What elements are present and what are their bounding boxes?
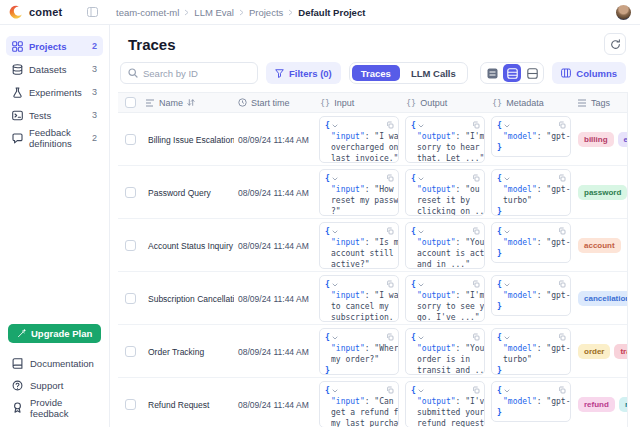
row-checkbox[interactable]: [125, 399, 136, 410]
output-json-cell[interactable]: {"output": "I'vesubmitted yourrefund req…: [405, 381, 485, 427]
output-json-cell[interactable]: {"output": "I'msorry to hearthat. Let ..…: [405, 116, 485, 163]
metadata-json-cell[interactable]: {"model": "gpt-3.5"}: [491, 222, 571, 263]
copy-icon[interactable]: [558, 333, 566, 341]
table-row[interactable]: Subscription Cancellation08/09/24 11:44 …: [118, 272, 627, 325]
search-input[interactable]: [143, 68, 250, 79]
output-json-cell[interactable]: {"output": "Youraccount is activeand in …: [405, 222, 485, 269]
copy-icon[interactable]: [558, 280, 566, 288]
density-medium-button[interactable]: [503, 64, 521, 82]
trace-start-time: 08/09/24 11:44 AM: [234, 347, 316, 357]
trace-name[interactable]: Account Status Inquiry: [142, 241, 234, 251]
row-checkbox[interactable]: [125, 134, 136, 145]
breadcrumb-workspace[interactable]: team-comet-ml: [116, 7, 179, 18]
copy-icon[interactable]: [386, 227, 394, 235]
metadata-json-cell[interactable]: {"model": "gpt-3.5-turbo"}: [491, 328, 571, 375]
footer-item-label: Provide feedback: [30, 397, 97, 419]
input-json-cell[interactable]: {"input": "I wantto cancel mysubscriptio…: [319, 275, 399, 322]
breadcrumb-projects[interactable]: Projects: [249, 7, 283, 18]
refresh-button[interactable]: [604, 33, 626, 55]
tag-pill[interactable]: password: [578, 185, 627, 200]
table-row[interactable]: Billing Issue Escalation08/09/24 11:44 A…: [118, 113, 627, 166]
sidebar-collapse-icon[interactable]: [87, 7, 98, 17]
input-json-cell[interactable]: {"input": "Can Iget a refund formy last …: [319, 381, 399, 427]
trace-name[interactable]: Subscription Cancellation: [142, 294, 234, 304]
search-box[interactable]: [120, 62, 258, 84]
copy-icon[interactable]: [472, 227, 480, 235]
copy-icon[interactable]: [386, 174, 394, 182]
tag-pill[interactable]: billing: [578, 132, 614, 147]
row-checkbox[interactable]: [125, 187, 136, 198]
sidebar-item-tests[interactable]: Tests 3: [6, 105, 103, 125]
input-json-cell[interactable]: {"input": "I wasovercharged on mylast in…: [319, 116, 399, 163]
sidebar-item-support[interactable]: Support: [6, 376, 103, 395]
row-density-toggle: [480, 62, 544, 84]
sidebar-item-datasets[interactable]: Datasets 3: [6, 59, 103, 79]
column-header-metadata[interactable]: {} Metadata: [488, 98, 574, 108]
console-icon: [12, 110, 23, 121]
trace-name[interactable]: Order Tracking: [142, 347, 234, 357]
table-row[interactable]: Refund Request08/09/24 11:44 AM{"input":…: [118, 378, 627, 427]
tab-llm-calls[interactable]: LLM Calls: [402, 65, 465, 81]
copy-icon[interactable]: [386, 386, 394, 394]
upgrade-plan-button[interactable]: Upgrade Plan: [8, 324, 101, 343]
copy-icon[interactable]: [558, 227, 566, 235]
trace-name[interactable]: Refund Request: [142, 400, 234, 410]
tag-pill[interactable]: escalation: [618, 132, 627, 147]
copy-icon[interactable]: [472, 333, 480, 341]
table-row[interactable]: Password Query08/09/24 11:44 AM{"input":…: [118, 166, 627, 219]
input-json-cell[interactable]: {"input": "How do Ireset my password?"}: [319, 169, 399, 216]
comet-logo[interactable]: comet: [9, 5, 81, 20]
tag-pill[interactable]: request: [619, 397, 627, 412]
table-row[interactable]: Order Tracking08/09/24 11:44 AM{"input":…: [118, 325, 627, 378]
copy-icon[interactable]: [386, 333, 394, 341]
copy-icon[interactable]: [472, 280, 480, 288]
row-checkbox[interactable]: [125, 240, 136, 251]
filters-button[interactable]: Filters (0): [266, 62, 341, 84]
tag-pill[interactable]: cancellation: [578, 291, 627, 306]
output-json-cell[interactable]: {"output": "I'msorry to see yougo. I've …: [405, 275, 485, 322]
copy-icon[interactable]: [472, 174, 480, 182]
input-json-cell[interactable]: {"input": "Where'smy order?"}: [319, 328, 399, 375]
column-header-input[interactable]: {} Input: [316, 98, 402, 108]
select-all-checkbox[interactable]: [125, 97, 136, 108]
column-header-output[interactable]: {} Output: [402, 98, 488, 108]
density-compact-button[interactable]: [483, 64, 501, 82]
trace-name[interactable]: Billing Issue Escalation: [142, 135, 234, 145]
trace-name[interactable]: Password Query: [142, 188, 234, 198]
columns-button[interactable]: Columns: [552, 62, 626, 84]
tag-pill[interactable]: refund: [578, 397, 615, 412]
density-large-button[interactable]: [523, 64, 541, 82]
row-checkbox[interactable]: [125, 346, 136, 357]
breadcrumb-project-group[interactable]: LLM Eval: [194, 7, 234, 18]
clock-icon: [238, 98, 247, 107]
row-checkbox[interactable]: [125, 293, 136, 304]
tag-pill[interactable]: order: [578, 344, 610, 359]
column-header-tags[interactable]: Tags: [574, 98, 627, 108]
sidebar-item-provide-feedback[interactable]: Provide feedback: [6, 398, 103, 417]
copy-icon[interactable]: [472, 121, 480, 129]
copy-icon[interactable]: [472, 386, 480, 394]
copy-icon[interactable]: [386, 121, 394, 129]
column-header-start-time[interactable]: Start time: [234, 98, 316, 108]
table-row[interactable]: Account Status Inquiry08/09/24 11:44 AM{…: [118, 219, 627, 272]
avatar[interactable]: [616, 5, 631, 20]
copy-icon[interactable]: [386, 280, 394, 288]
copy-icon[interactable]: [558, 121, 566, 129]
sidebar-item-experiments[interactable]: Experiments 3: [6, 82, 103, 102]
output-json-cell[interactable]: {"output": "ou canreset it byclicking on…: [405, 169, 485, 216]
input-json-cell[interactable]: {"input": "Is myaccount stillactive?"}: [319, 222, 399, 269]
metadata-json-cell[interactable]: {"model": "gpt-3.5-turbo"}: [491, 169, 571, 216]
metadata-json-cell[interactable]: {"model": "gpt-4o"}: [491, 116, 571, 157]
metadata-json-cell[interactable]: {"model": "gpt-3.5"}: [491, 381, 571, 422]
output-json-cell[interactable]: {"output": "Yourorder is intransit and .…: [405, 328, 485, 375]
copy-icon[interactable]: [558, 174, 566, 182]
copy-icon[interactable]: [558, 386, 566, 394]
tag-pill[interactable]: account: [578, 238, 621, 253]
metadata-json-cell[interactable]: {"model": "gpt-4o"}: [491, 275, 571, 316]
sidebar-item-projects[interactable]: Projects 2: [6, 36, 103, 56]
sidebar-item-documentation[interactable]: Documentation: [6, 354, 103, 373]
column-header-name[interactable]: Name: [142, 98, 234, 108]
tag-pill[interactable]: tracking: [614, 344, 627, 359]
sidebar-item-feedback-definitions[interactable]: Feedback definitions 2: [6, 128, 103, 148]
tab-traces[interactable]: Traces: [352, 65, 400, 81]
